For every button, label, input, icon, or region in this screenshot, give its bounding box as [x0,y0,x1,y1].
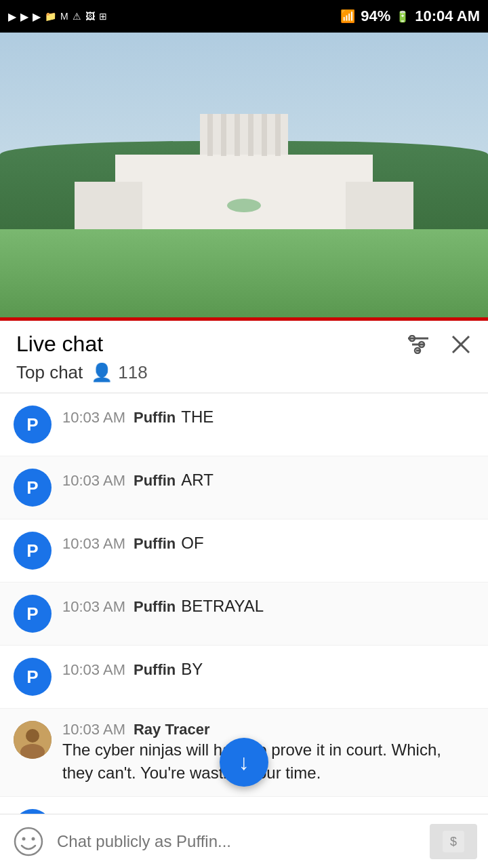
message-time: 10:03 AM [62,535,125,553]
notif-icon-1: ▶ [8,10,16,23]
avatar: P [14,532,52,570]
message-author: Puffin [134,661,176,679]
battery-text: 94% [361,7,390,25]
notif-icon-4: 📁 [45,11,56,22]
livechat-header: Live chat Top chat [0,321,488,393]
notif-icon-8: ⊞ [99,11,107,22]
message-time: 10:03 AM [62,721,125,738]
clock: 10:04 AM [415,7,480,25]
notif-icon-2: ▶ [20,10,28,23]
filter-button[interactable] [405,335,431,354]
livechat-title: Live chat [16,332,103,357]
message-time: 10:03 AM [62,409,125,427]
notif-icon-7: 🖼 [85,11,95,22]
message-time: 10:03 AM [62,472,125,490]
avatar: P [14,469,52,507]
chat-message: P 10:03 AM Puffin OF [0,519,488,583]
chat-message: P 10:03 AM Puffin BETRAYAL [0,583,488,646]
notif-icon-6: ⚠ [73,11,81,22]
battery-icon: 🔋 [396,10,409,23]
message-text: BETRAYAL [181,595,264,618]
status-right-info: 📶 94% 🔋 10:04 AM [340,7,480,25]
svg-text:$: $ [450,835,457,848]
notif-icon-3: ▶ [33,10,41,23]
viewer-count: 👤 118 [91,362,147,383]
chat-input[interactable] [57,824,419,859]
svg-point-15 [22,837,26,840]
video-thumbnail[interactable] [0,33,488,317]
message-text: OF [181,532,203,555]
message-text: THE [181,406,214,429]
chat-message: P 10:03 AM Puffin THE [0,393,488,456]
scroll-down-fab[interactable]: ↓ [220,738,268,787]
avatar [14,721,52,759]
message-time: 10:03 AM [62,598,125,616]
notif-icon-5: M [60,11,68,22]
status-bar: ▶ ▶ ▶ 📁 M ⚠ 🖼 ⊞ 📶 94% 🔋 10:04 AM [0,0,488,33]
svg-point-14 [15,828,42,855]
scroll-down-icon: ↓ [239,750,249,775]
message-author: Puffin [134,598,176,616]
message-author: Puffin [134,535,176,553]
chat-input-bar: $ [0,814,488,868]
message-author: Puffin [134,409,176,427]
top-chat-label[interactable]: Top chat [16,362,83,383]
close-button[interactable] [450,334,472,355]
avatar: P [14,406,52,443]
send-button[interactable]: $ [430,824,477,859]
viewer-count-number: 118 [118,362,147,383]
wifi-icon: 📶 [340,9,355,24]
avatar: P [14,595,52,633]
message-time: 10:03 AM [62,661,125,679]
message-author: Puffin [134,472,176,490]
svg-point-9 [26,729,39,743]
chat-message: P 10:03 AM Puffin ART [0,456,488,519]
person-icon: 👤 [91,362,113,383]
avatar: P [14,658,52,696]
chat-message: P 10:03 AM Puffin BY [0,646,488,709]
chat-messages: P 10:03 AM Puffin THE P 10:03 AM Puffin … [0,393,488,868]
status-left-icons: ▶ ▶ ▶ 📁 M ⚠ 🖼 ⊞ [8,10,107,23]
svg-point-16 [32,837,35,840]
message-text: ART [181,469,214,492]
message-text: The cyber ninjas will have to prove it i… [62,738,474,784]
message-author: Ray Tracer [134,721,210,738]
emoji-button[interactable] [11,824,46,859]
message-text: BY [181,658,203,681]
